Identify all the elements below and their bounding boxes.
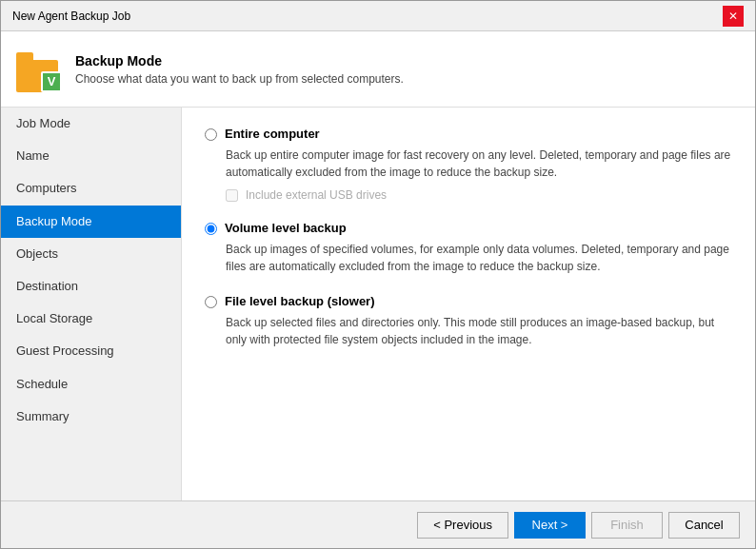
radio-volume-level-label[interactable]: Volume level backup [225, 221, 347, 235]
sidebar-item-name[interactable]: Name [1, 140, 181, 172]
sidebar: Job Mode Name Computers Backup Mode Obje… [1, 108, 182, 500]
radio-file-level-label[interactable]: File level backup (slower) [225, 294, 375, 308]
volume-level-desc: Back up images of specified volumes, for… [226, 241, 732, 275]
sidebar-item-destination[interactable]: Destination [1, 270, 181, 303]
option-group-entire-computer: Entire computer Back up entire computer … [205, 127, 732, 202]
radio-entire-computer-label[interactable]: Entire computer [225, 127, 320, 141]
sidebar-item-local-storage[interactable]: Local Storage [1, 303, 181, 335]
sidebar-item-backup-mode[interactable]: Backup Mode [1, 206, 181, 238]
option-group-file-level: File level backup (slower) Back up selec… [205, 294, 732, 348]
close-button[interactable]: ✕ [723, 6, 744, 27]
sidebar-item-guest-processing[interactable]: Guest Processing [1, 335, 181, 367]
header-title: Backup Mode [75, 53, 404, 69]
radio-file-level: File level backup (slower) [205, 294, 732, 308]
sidebar-item-summary[interactable]: Summary [1, 401, 181, 433]
entire-computer-desc: Back up entire computer image for fast r… [226, 147, 732, 181]
option-group-volume-level: Volume level backup Back up images of sp… [205, 221, 732, 275]
dialog-window: New Agent Backup Job ✕ V Backup Mode Cho… [0, 0, 756, 549]
sub-option-usb: Include external USB drives [226, 188, 732, 202]
finish-button: Finish [591, 512, 663, 539]
sidebar-item-computers[interactable]: Computers [1, 172, 181, 205]
usb-drives-checkbox [226, 189, 238, 202]
header-icon: V [16, 47, 62, 92]
cancel-button[interactable]: Cancel [668, 512, 740, 539]
header-text: Backup Mode Choose what data you want to… [75, 53, 404, 86]
previous-button[interactable]: < Previous [417, 512, 508, 539]
dialog-footer: < Previous Next > Finish Cancel [1, 500, 755, 548]
check-badge: V [41, 71, 62, 92]
dialog-body: Job Mode Name Computers Backup Mode Obje… [1, 108, 755, 500]
sidebar-item-schedule[interactable]: Schedule [1, 368, 181, 401]
radio-volume-level: Volume level backup [205, 221, 732, 235]
sidebar-item-job-mode[interactable]: Job Mode [1, 108, 181, 140]
dialog-header: V Backup Mode Choose what data you want … [1, 31, 755, 108]
header-subtitle: Choose what data you want to back up fro… [75, 72, 404, 86]
title-bar: New Agent Backup Job ✕ [1, 1, 755, 31]
radio-file-level-input[interactable] [205, 296, 217, 308]
radio-volume-level-input[interactable] [205, 223, 217, 235]
usb-drives-label: Include external USB drives [246, 188, 387, 202]
file-level-desc: Back up selected files and directories o… [226, 314, 732, 348]
window-title: New Agent Backup Job [12, 10, 130, 23]
sidebar-item-objects[interactable]: Objects [1, 238, 181, 270]
radio-entire-computer-input[interactable] [205, 128, 217, 141]
next-button[interactable]: Next > [514, 512, 586, 539]
main-content: Entire computer Back up entire computer … [182, 108, 755, 500]
radio-entire-computer: Entire computer [205, 127, 732, 141]
